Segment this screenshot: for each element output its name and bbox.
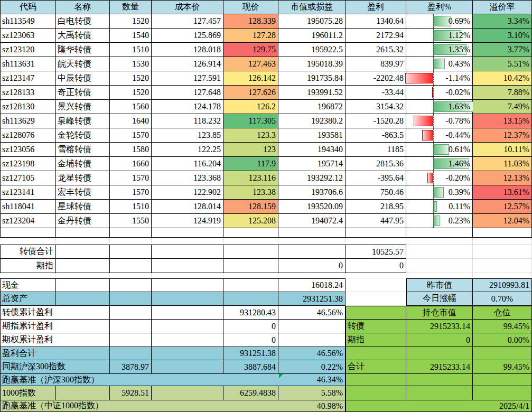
cell-qty[interactable]: 1550 <box>110 214 152 228</box>
cell[interactable] <box>110 333 152 347</box>
cell-profit[interactable]: 1185 <box>346 143 406 157</box>
cell-premium[interactable]: 3.77% <box>473 43 532 57</box>
cell[interactable] <box>278 320 346 333</box>
cell-profit-pct[interactable]: 0.39% <box>406 185 473 200</box>
cell-price[interactable]: 126.2 <box>223 100 278 114</box>
cell-qty[interactable]: 1560 <box>110 100 152 114</box>
cell-premium[interactable]: 11.03% <box>473 157 532 171</box>
cell-profit[interactable]: -395.64 <box>346 171 406 185</box>
futures-cum-value[interactable]: 0 <box>223 320 278 333</box>
cell-premium[interactable]: 12.13% <box>473 171 532 185</box>
cell-qty[interactable]: 1520 <box>110 14 152 29</box>
cash-label[interactable]: 现金 <box>0 278 56 292</box>
cell[interactable] <box>223 292 278 306</box>
cell-cost[interactable]: 116.204 <box>152 157 223 171</box>
cell-premium[interactable]: 3.10% <box>473 29 532 43</box>
cell-name[interactable]: 金埔转债 <box>56 157 110 171</box>
hs300-now[interactable]: 3887.684 <box>223 360 278 374</box>
cell[interactable] <box>346 228 406 238</box>
bond-total-label[interactable]: 转债合计 <box>0 245 56 259</box>
cell-name[interactable]: 隆华转债 <box>56 43 110 57</box>
cell-value[interactable]: 193520.09 <box>278 200 346 214</box>
cell-price[interactable]: 123.116 <box>223 171 278 185</box>
panel-bond-label[interactable]: 转债 <box>346 320 406 333</box>
cell-premium[interactable]: 13.61% <box>473 185 532 200</box>
cell[interactable] <box>473 386 532 400</box>
cell-profit-pct[interactable]: -0.20% <box>406 171 473 185</box>
cell[interactable] <box>56 259 110 273</box>
cell-price[interactable]: 127.626 <box>223 86 278 100</box>
cell-qty[interactable]: 1530 <box>110 57 152 71</box>
header-cell-profit[interactable]: 盈利 <box>346 0 406 14</box>
cell[interactable] <box>110 278 152 292</box>
cell[interactable] <box>110 245 152 259</box>
options-cum-label[interactable]: 期权累计盈利 <box>0 333 110 347</box>
cell[interactable] <box>152 259 223 273</box>
cell-price[interactable]: 127.28 <box>223 29 278 43</box>
panel-bond-value[interactable]: 2915233.14 <box>406 320 473 333</box>
header-cell-cost[interactable]: 成本价 <box>152 0 223 14</box>
idx1000-now[interactable]: 6259.4838 <box>223 386 278 400</box>
cell-cost[interactable]: 122.902 <box>152 185 223 200</box>
cell-premium[interactable]: 7.49% <box>473 100 532 114</box>
cell-value[interactable]: 194340 <box>278 143 346 157</box>
cell-premium[interactable]: 3.34% <box>473 14 532 29</box>
cell-code[interactable]: sz128076 <box>0 128 56 143</box>
cell-qty[interactable]: 1570 <box>110 128 152 143</box>
cell[interactable] <box>110 320 152 333</box>
panel-futures-value[interactable]: 0 <box>406 333 473 347</box>
profit-total-pct[interactable]: 46.56% <box>278 347 346 360</box>
cell-name[interactable]: 景兴转债 <box>56 100 110 114</box>
cell[interactable] <box>223 228 278 238</box>
cell[interactable] <box>473 347 532 360</box>
panel-futures-label[interactable]: 期指 <box>346 333 406 347</box>
cell-profit-pct[interactable]: 0.69% <box>406 14 473 29</box>
cell-price[interactable]: 123.38 <box>223 185 278 200</box>
cell-premium[interactable]: 5.51% <box>473 57 532 71</box>
cell[interactable] <box>406 374 473 386</box>
cell-cost[interactable]: 122.25 <box>152 143 223 157</box>
cell-name[interactable]: 大禹转债 <box>56 29 110 43</box>
cell[interactable] <box>223 245 278 259</box>
cell[interactable] <box>278 333 346 347</box>
cash-value[interactable]: 16018.24 <box>278 278 346 292</box>
header-cell-price[interactable]: 现价 <box>223 0 278 14</box>
cell-value[interactable]: 192380.2 <box>278 114 346 128</box>
bond-cum-label[interactable]: 转债累计盈利 <box>0 306 110 320</box>
cell-profit[interactable]: -863.5 <box>346 128 406 143</box>
cell-code[interactable]: sz123198 <box>0 157 56 171</box>
cell-profit[interactable]: -2202.48 <box>346 71 406 86</box>
cell-premium[interactable]: 10.42% <box>473 71 532 86</box>
cell-profit-pct[interactable]: 1.46% <box>406 157 473 171</box>
futures-cum-label[interactable]: 期指累计盈利 <box>0 320 110 333</box>
cell-profit[interactable]: 218.95 <box>346 200 406 214</box>
panel-futures-position[interactable]: 0.00% <box>473 333 532 347</box>
idx1000-pct[interactable]: 5.58% <box>278 386 346 400</box>
header-cell-value[interactable]: 市值或损益 <box>278 0 346 14</box>
cell-name[interactable]: 龙星转债 <box>56 171 110 185</box>
cell-name[interactable]: 奇正转债 <box>56 86 110 100</box>
cell[interactable] <box>346 374 406 386</box>
header-cell-profit-pct[interactable]: 盈利% <box>406 0 473 14</box>
cell[interactable] <box>110 292 152 306</box>
cell-name[interactable]: 皖天转债 <box>56 57 110 71</box>
cell-premium[interactable]: 13.15% <box>473 114 532 128</box>
cell-profit-pct[interactable]: -0.44% <box>406 128 473 143</box>
cell-profit[interactable]: 447.95 <box>346 214 406 228</box>
beat-hs300-cell[interactable]: 跑赢基准（沪深300指数） 46.34% <box>0 374 346 386</box>
cell[interactable] <box>278 228 346 238</box>
cell[interactable] <box>346 347 406 360</box>
cell-qty[interactable]: 1510 <box>110 200 152 214</box>
cell-premium[interactable]: 10.11% <box>473 143 532 157</box>
cell-name[interactable]: 中辰转债 <box>56 71 110 86</box>
cell-premium[interactable]: 12.37% <box>473 128 532 143</box>
cell-value[interactable]: 193292.12 <box>278 171 346 185</box>
cell[interactable] <box>406 386 473 400</box>
cell-profit[interactable]: 750.46 <box>346 185 406 200</box>
cell-profit-pct[interactable]: -0.78% <box>406 114 473 128</box>
cell-cost[interactable]: 128.014 <box>152 200 223 214</box>
cell-code[interactable]: sh113549 <box>0 14 56 29</box>
cell-name[interactable]: 宏丰转债 <box>56 185 110 200</box>
cell[interactable] <box>152 245 223 259</box>
panel-bond-position[interactable]: 99.45% <box>473 320 532 333</box>
